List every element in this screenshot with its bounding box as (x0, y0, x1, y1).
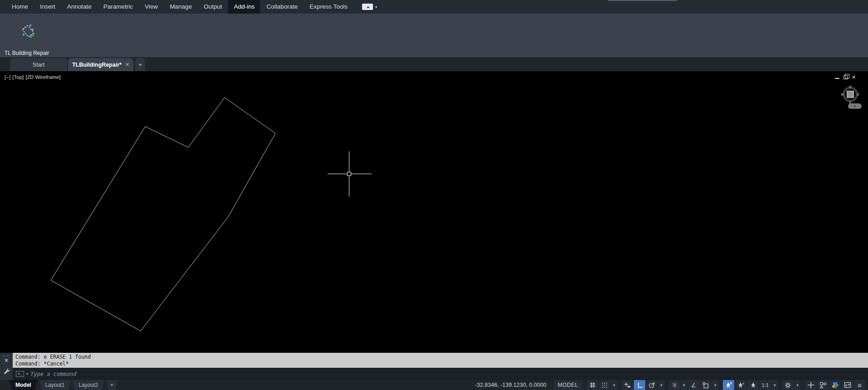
command-history-line: Command: e ERASE 1 found (15, 354, 868, 361)
grid-icon (589, 382, 596, 388)
caret-down-icon[interactable]: ▾ (375, 5, 377, 9)
menu-item-parametric[interactable]: Parametric (98, 0, 138, 14)
isometric-drafting-button[interactable] (669, 380, 680, 390)
object-snap-icon (702, 382, 709, 389)
polar-tracking-menu[interactable]: ▾ (658, 380, 664, 390)
viewcube-top-face[interactable] (847, 91, 854, 98)
minimize-icon[interactable] (835, 78, 839, 79)
menu-item-output[interactable]: Output (198, 0, 228, 14)
doc-tab-label: TLBuildingRepair* (72, 62, 122, 68)
document-tab-bar: Start TLBuildingRepair* ✕ + (0, 57, 868, 71)
layout-tab-model[interactable]: Model (9, 380, 38, 390)
viewcube[interactable]: N S W E (841, 85, 859, 103)
menu-item-express-tools[interactable]: Express Tools (304, 0, 353, 14)
model-space-drawing (0, 71, 868, 353)
annotation-visibility-button[interactable] (723, 380, 734, 390)
tl-building-repair-tool-button[interactable]: TL Building Repair (4, 15, 53, 55)
ribbon-display-button[interactable] (362, 4, 373, 10)
isolate-objects-button[interactable] (817, 380, 829, 390)
layout-tab-bar: Model Layout1 Layout2 + (9, 380, 119, 390)
annotation-scale-button[interactable] (747, 380, 759, 390)
command-history: Command: e ERASE 1 found Command: *Cance… (13, 353, 868, 368)
caret-down-icon: ▾ (796, 383, 798, 387)
object-snap-tracking-button[interactable]: ∠ (688, 380, 699, 390)
tool-label: TL Building Repair (5, 50, 49, 56)
current-scale-button[interactable]: 1:1 (760, 380, 771, 390)
statusbar-spacer (119, 380, 475, 390)
command-input[interactable] (30, 371, 868, 377)
snap-mode-menu[interactable]: ▾ (611, 380, 617, 390)
viewcube-west[interactable]: W (841, 93, 844, 97)
object-snap-menu[interactable]: ▾ (712, 380, 718, 390)
grid-display-button[interactable] (587, 380, 598, 390)
layout-tab-layout1[interactable]: Layout1 (39, 380, 71, 390)
plus-icon: + (138, 61, 142, 68)
wrench-icon[interactable] (3, 368, 10, 374)
building-outline-polyline[interactable] (51, 98, 275, 331)
isometric-drafting-icon (672, 382, 678, 388)
command-input-row: >_ ▾ (13, 368, 868, 380)
close-icon[interactable]: ✕ (0, 357, 13, 364)
polar-tracking-button[interactable] (646, 380, 657, 390)
doc-tab-tlbuildingrepair[interactable]: TLBuildingRepair* ✕ (68, 58, 133, 71)
viewcube-menu-button[interactable]: ▾ (848, 103, 862, 109)
coordinates-readout[interactable]: -32.8346, -139.1230, 0.0000 (475, 382, 547, 388)
menu-item-annotate[interactable]: Annotate (62, 0, 97, 14)
viewcube-north[interactable]: N (849, 85, 851, 89)
annotation-visibility-icon (725, 382, 732, 389)
drawing-canvas[interactable]: [−] [Top] [2D Wireframe] ✕ N S W E ▾ (0, 71, 868, 353)
building-repair-icon (20, 24, 36, 40)
angle-icon: ∠ (691, 382, 696, 389)
close-icon[interactable]: ✕ (852, 73, 856, 81)
crosshair-pickbox (347, 172, 351, 176)
autoscale-icon (737, 382, 745, 389)
drag-grip-icon[interactable] (3, 355, 10, 357)
ribbon-display-control: ▾ (362, 0, 377, 14)
dynamic-input-button[interactable] (622, 380, 633, 390)
plus-icon (807, 381, 814, 389)
caret-down-icon[interactable]: ▾ (26, 372, 28, 376)
menu-item-add-ins[interactable]: Add-ins (228, 0, 260, 14)
command-panel: ✕ Command: e ERASE 1 found Command: *Can… (0, 353, 868, 380)
close-icon[interactable]: ✕ (125, 62, 129, 68)
caret-down-icon: ▾ (613, 383, 615, 387)
current-scale-menu[interactable]: ▾ (772, 380, 778, 390)
menu-item-manage[interactable]: Manage (164, 0, 197, 14)
annotation-monitor-button[interactable] (805, 380, 816, 390)
ortho-mode-button[interactable] (634, 380, 645, 390)
command-prompt-icon[interactable]: >_ (16, 371, 24, 377)
isometric-drafting-menu[interactable]: ▾ (681, 380, 687, 390)
caret-down-icon: ▾ (774, 383, 775, 387)
menu-item-collaborate[interactable]: Collaborate (261, 0, 303, 14)
restore-icon[interactable] (843, 75, 848, 79)
snap-mode-button[interactable] (599, 380, 610, 390)
model-paper-toggle[interactable]: MODEL (554, 380, 582, 390)
gear-icon (785, 382, 791, 389)
graphics-performance-button[interactable] (829, 380, 841, 390)
dynamic-input-icon (624, 382, 631, 388)
statusbar-tools: -32.8346, -139.1230, 0.0000 MODEL ▾ (475, 380, 868, 390)
menu-item-view[interactable]: View (139, 0, 163, 14)
titlebar-remnant (608, 0, 677, 1)
menu-item-home[interactable]: Home (6, 0, 34, 14)
menu-item-insert[interactable]: Insert (34, 0, 61, 14)
graphics-performance-icon (832, 382, 839, 389)
object-snap-button[interactable] (700, 380, 711, 390)
command-history-line: Command: *Cancel* (15, 361, 868, 367)
clean-screen-button[interactable] (842, 380, 853, 390)
doc-tab-start[interactable]: Start (10, 58, 67, 71)
ortho-icon (637, 382, 643, 388)
viewcube-east[interactable]: E (857, 93, 859, 97)
isolate-objects-icon (819, 382, 827, 389)
new-layout-button[interactable]: + (106, 380, 118, 390)
new-drawing-tab-button[interactable]: + (135, 58, 145, 71)
autoscale-button[interactable] (735, 380, 746, 390)
workspace-switching-button[interactable] (782, 380, 794, 390)
ribbon-panel: TL Building Repair (0, 14, 868, 57)
viewport-window-controls: ✕ (835, 73, 864, 81)
workspace-switching-menu[interactable]: ▾ (794, 380, 800, 390)
caret-down-icon: ▾ (854, 104, 856, 108)
layout-tab-layout2[interactable]: Layout2 (72, 380, 104, 390)
customization-button[interactable]: ≡ (854, 380, 865, 390)
hamburger-icon: ≡ (858, 381, 862, 389)
